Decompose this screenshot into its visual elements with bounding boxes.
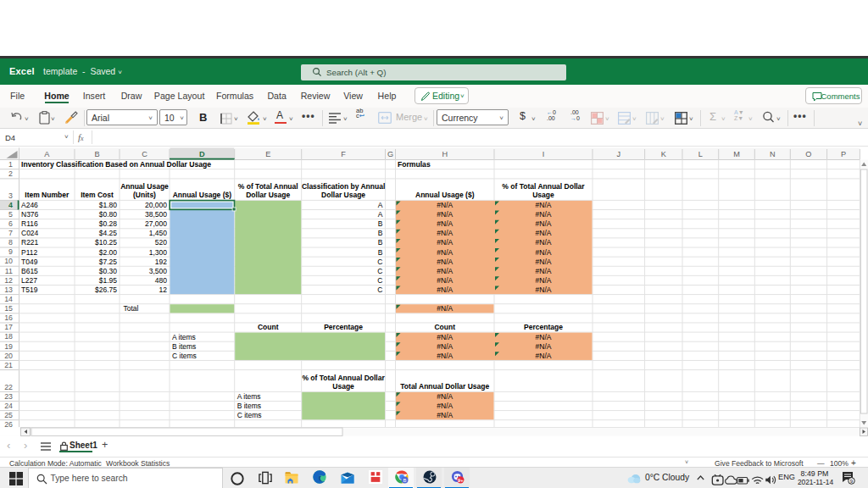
svg-text:% of Total Annual Dollar: % of Total Annual Dollar — [502, 182, 585, 191]
svg-text:R221: R221 — [21, 238, 39, 247]
svg-text:Percentage: Percentage — [324, 323, 363, 331]
svg-text:#N/A: #N/A — [536, 267, 552, 275]
svg-text:#N/A: #N/A — [437, 258, 453, 266]
svg-text:Usage: Usage — [532, 191, 554, 199]
svg-text:$2.00: $2.00 — [99, 248, 118, 257]
svg-text:1,450: 1,450 — [149, 229, 168, 237]
svg-text:B: B — [378, 219, 383, 228]
svg-text:T519: T519 — [21, 286, 38, 294]
svg-text:K: K — [661, 150, 667, 158]
svg-text:5: 5 — [8, 210, 13, 219]
svg-text:L227: L227 — [21, 276, 37, 285]
svg-text:B615: B615 — [21, 267, 38, 275]
svg-text:G: G — [387, 150, 393, 158]
svg-text:B: B — [378, 238, 383, 247]
svg-text:#N/A: #N/A — [437, 286, 453, 294]
svg-text:B: B — [403, 478, 406, 483]
svg-text:C items: C items — [172, 352, 197, 360]
svg-text:11: 11 — [5, 267, 13, 275]
svg-text:#N/A: #N/A — [536, 238, 552, 247]
svg-text:$1.95: $1.95 — [99, 276, 118, 285]
svg-text:C: C — [377, 258, 382, 266]
svg-text:17: 17 — [4, 323, 13, 331]
svg-text:1,300: 1,300 — [149, 248, 168, 257]
svg-text:C: C — [377, 286, 382, 294]
svg-text:25: 25 — [4, 411, 13, 419]
svg-text:9: 9 — [8, 247, 13, 256]
svg-text:15: 15 — [4, 304, 13, 313]
svg-text:C items: C items — [237, 411, 262, 419]
svg-text:$1.80: $1.80 — [99, 201, 118, 209]
svg-text:#N/A: #N/A — [536, 248, 552, 257]
svg-text:Dollar Usage: Dollar Usage — [246, 191, 290, 199]
svg-text:Item Number: Item Number — [25, 191, 70, 199]
svg-text:#N/A: #N/A — [437, 411, 453, 419]
svg-text:C: C — [142, 150, 147, 158]
svg-text:$0.30: $0.30 — [99, 267, 118, 275]
svg-text:#N/A: #N/A — [536, 219, 552, 228]
svg-text:22: 22 — [4, 383, 13, 391]
svg-text:$0.80: $0.80 — [99, 210, 118, 219]
svg-text:P112: P112 — [21, 248, 37, 257]
svg-text:(Units): (Units) — [133, 191, 156, 199]
svg-text:J: J — [617, 150, 621, 158]
svg-text:#N/A: #N/A — [437, 276, 453, 285]
svg-text:#N/A: #N/A — [536, 276, 552, 285]
svg-text:% of Total Annual: % of Total Annual — [238, 182, 298, 191]
svg-text:16: 16 — [4, 313, 13, 322]
svg-text:10: 10 — [4, 257, 13, 265]
svg-text:% of Total Annual Dollar: % of Total Annual Dollar — [302, 374, 385, 382]
svg-text:Dollar Usage: Dollar Usage — [321, 191, 365, 199]
svg-text:Annual Usage: Annual Usage — [120, 182, 169, 191]
svg-text:6: 6 — [8, 219, 13, 228]
svg-text:N: N — [770, 150, 776, 158]
svg-text:A items: A items — [172, 333, 196, 341]
svg-text:F: F — [341, 150, 346, 158]
svg-text:#N/A: #N/A — [536, 258, 552, 266]
svg-text:8: 8 — [8, 238, 13, 247]
svg-text:A: A — [378, 201, 383, 209]
svg-text:B items: B items — [237, 402, 261, 410]
svg-text:Total: Total — [124, 304, 139, 313]
svg-text:7: 7 — [8, 229, 13, 237]
svg-text:480: 480 — [155, 276, 167, 285]
svg-text:Annual Usage ($): Annual Usage ($) — [173, 191, 232, 199]
svg-text:C: C — [377, 267, 382, 275]
svg-text:$4.25: $4.25 — [99, 229, 118, 237]
svg-text:P: P — [841, 150, 846, 158]
svg-text:#N/A: #N/A — [536, 210, 552, 219]
svg-text:B items: B items — [172, 342, 196, 351]
svg-text:C024: C024 — [21, 229, 39, 237]
svg-text:N376: N376 — [21, 210, 39, 219]
svg-text:R116: R116 — [21, 219, 38, 228]
svg-text:$0.28: $0.28 — [99, 219, 118, 228]
svg-text:#N/A: #N/A — [536, 229, 552, 237]
svg-text:520: 520 — [155, 238, 167, 247]
svg-text:I: I — [542, 150, 545, 158]
svg-text:3: 3 — [8, 191, 13, 200]
svg-text:23: 23 — [4, 392, 13, 401]
svg-text:27,000: 27,000 — [145, 219, 167, 228]
svg-text:B: B — [378, 248, 383, 257]
svg-text:C: C — [377, 276, 382, 285]
svg-text:A246: A246 — [21, 201, 38, 209]
svg-text:#N/A: #N/A — [437, 201, 453, 209]
svg-text:19: 19 — [4, 342, 13, 351]
svg-text:Formulas: Formulas — [398, 160, 431, 169]
svg-text:3,500: 3,500 — [149, 267, 168, 275]
svg-text:13: 13 — [4, 286, 13, 294]
svg-text:#N/A: #N/A — [536, 201, 552, 209]
svg-text:B: B — [94, 150, 99, 158]
svg-text:#N/A: #N/A — [536, 342, 552, 351]
svg-text:H: H — [442, 150, 448, 158]
svg-text:#N/A: #N/A — [437, 352, 453, 360]
svg-text:#N/A: #N/A — [437, 229, 453, 237]
svg-text:Percentage: Percentage — [524, 323, 563, 331]
svg-text:#N/A: #N/A — [437, 219, 453, 228]
svg-text:M: M — [733, 150, 740, 158]
svg-text:Count: Count — [258, 323, 279, 331]
svg-text:20: 20 — [4, 352, 13, 360]
svg-text:20,000: 20,000 — [145, 201, 167, 209]
svg-text:#N/A: #N/A — [437, 342, 453, 351]
svg-text:#N/A: #N/A — [437, 267, 453, 275]
